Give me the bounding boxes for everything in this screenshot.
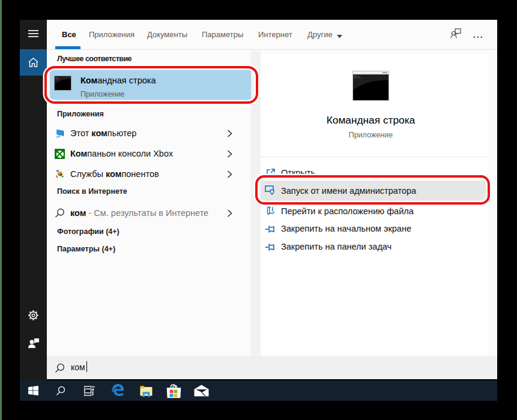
svg-text:C:\_: C:\_ — [354, 76, 362, 79]
